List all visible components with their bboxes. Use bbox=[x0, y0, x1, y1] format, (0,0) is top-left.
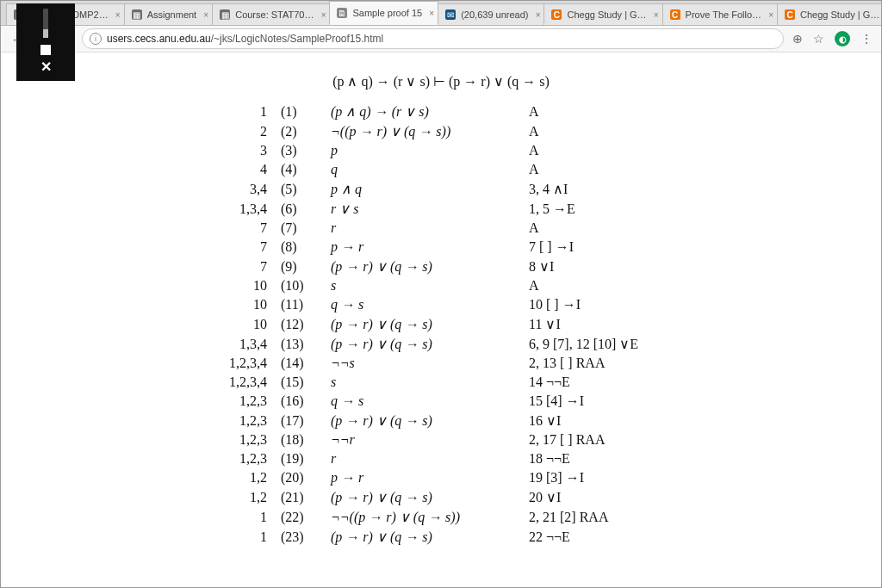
zoom-icon[interactable]: ⊕ bbox=[792, 32, 803, 46]
proof-row: 2(2)¬((p → r) ∨ (q → s))A bbox=[200, 121, 682, 141]
proof-justification: 2, 13 [ ] RAA bbox=[522, 354, 682, 373]
tab-strip: ▦Course: COMP2…×▦Assignment×▦Course: STA… bbox=[1, 1, 881, 26]
proof-line-number: (14) bbox=[274, 354, 324, 373]
tab-title: Prove The Follo… bbox=[686, 9, 761, 20]
proof-row: 10(10)sA bbox=[200, 276, 682, 295]
proof-row: 1,2(20)p → r19 [3] →I bbox=[200, 468, 682, 487]
tab-title: (20,639 unread) bbox=[461, 9, 528, 20]
proof-line-number: (22) bbox=[274, 507, 324, 527]
tab-favicon: C bbox=[551, 9, 562, 20]
tab-close-icon[interactable]: × bbox=[203, 10, 208, 20]
volume-overlay[interactable]: ✕ bbox=[16, 3, 75, 81]
proof-line-number: (15) bbox=[274, 373, 324, 392]
proof-justification: A bbox=[522, 219, 682, 238]
browser-window: — ▭ ✕ ▦Course: COMP2…×▦Assignment×▦Cours… bbox=[0, 0, 882, 588]
proof-row: 7(8)p → r7 [ ] →I bbox=[200, 238, 682, 257]
proof-justification: 16 ∨I bbox=[522, 411, 682, 430]
menu-button[interactable]: ⋮ bbox=[860, 32, 873, 46]
tab-close-icon[interactable]: × bbox=[654, 10, 659, 20]
proof-formula: p bbox=[324, 141, 522, 160]
slider-track[interactable] bbox=[43, 9, 48, 38]
proof-row: 1(22)¬¬((p → r) ∨ (q → s))2, 21 [2] RAA bbox=[200, 507, 682, 527]
proof-deps: 10 bbox=[200, 295, 274, 314]
proof-justification: 7 [ ] →I bbox=[522, 238, 682, 257]
proof-justification: 20 ∨I bbox=[522, 487, 682, 507]
tab-close-icon[interactable]: × bbox=[536, 10, 541, 20]
proof-row: 7(7)rA bbox=[200, 219, 682, 238]
tab-title: Assignment bbox=[147, 9, 196, 20]
proof-deps: 1 bbox=[200, 507, 274, 527]
site-info-icon[interactable]: i bbox=[90, 33, 102, 45]
browser-tab[interactable]: CProve The Follo…× bbox=[662, 3, 778, 25]
proof-justification: 2, 21 [2] RAA bbox=[522, 507, 682, 527]
proof-formula: r ∨ s bbox=[324, 199, 522, 219]
proof-justification: 22 ¬¬E bbox=[522, 527, 682, 547]
address-bar[interactable]: i users.cecs.anu.edu.au/~jks/LogicNotes/… bbox=[82, 28, 784, 49]
extension-icon[interactable]: ◐ bbox=[835, 31, 850, 46]
proof-deps: 2 bbox=[200, 121, 274, 141]
proof-justification: 10 [ ] →I bbox=[522, 295, 682, 314]
page-content: (p ∧ q) → (r ∨ s) ⊢ (p → r) ∨ (q → s) 1(… bbox=[1, 53, 881, 587]
tab-favicon: C bbox=[785, 9, 795, 20]
proof-justification: A bbox=[522, 160, 682, 179]
browser-tab[interactable]: CChegg Study | G…× bbox=[777, 3, 882, 25]
proof-deps: 1,2,3 bbox=[200, 449, 274, 468]
proof-line-number: (23) bbox=[274, 527, 324, 547]
browser-tab[interactable]: ▦Assignment× bbox=[124, 3, 213, 25]
proof-deps: 1,2,3 bbox=[200, 392, 274, 411]
proof-justification: 2, 17 [ ] RAA bbox=[522, 430, 682, 449]
proof-formula: s bbox=[324, 276, 522, 295]
proof-justification: 1, 5 →E bbox=[522, 199, 682, 219]
proof-line-number: (10) bbox=[274, 276, 324, 295]
proof-deps: 10 bbox=[200, 276, 274, 295]
proof-deps: 1,2 bbox=[200, 468, 274, 487]
proof-justification: A bbox=[522, 121, 682, 141]
toolbar-right: ⊕ ☆ ◐ ⋮ bbox=[792, 31, 873, 46]
proof-line-number: (19) bbox=[274, 449, 324, 468]
proof-justification: A bbox=[522, 102, 682, 121]
tab-close-icon[interactable]: × bbox=[768, 10, 773, 20]
tab-close-icon[interactable]: × bbox=[115, 10, 121, 20]
proof-formula: q bbox=[324, 160, 522, 179]
toolbar: ← → ↻ i users.cecs.anu.edu.au/~jks/Logic… bbox=[1, 26, 881, 53]
proof-justification: A bbox=[522, 276, 682, 295]
proof-justification: 11 ∨I bbox=[522, 314, 682, 334]
proof-line-number: (4) bbox=[274, 160, 324, 179]
proof-formula: (p → r) ∨ (q → s) bbox=[324, 257, 522, 276]
bookmark-star-icon[interactable]: ☆ bbox=[813, 32, 824, 46]
url-host: users.cecs.anu.edu.au bbox=[107, 33, 211, 45]
browser-tab[interactable]: 🗎Sample proof 15× bbox=[329, 1, 438, 25]
proof-row: 1,2,3(19)r18 ¬¬E bbox=[200, 449, 682, 468]
proof-line-number: (1) bbox=[274, 102, 324, 121]
proof-justification: A bbox=[522, 141, 682, 160]
proof-formula: ¬((p → r) ∨ (q → s)) bbox=[324, 121, 522, 141]
proof-formula: p ∧ q bbox=[324, 179, 522, 199]
overlay-close-button[interactable]: ✕ bbox=[40, 60, 52, 74]
proof-formula: (p → r) ∨ (q → s) bbox=[324, 334, 522, 354]
proof-row: 3(3)pA bbox=[200, 141, 682, 160]
slider-thumb[interactable] bbox=[43, 29, 48, 38]
proof-formula: (p → r) ∨ (q → s) bbox=[324, 314, 522, 334]
proof-justification: 18 ¬¬E bbox=[522, 449, 682, 468]
proof-justification: 8 ∨I bbox=[522, 257, 682, 276]
proof-formula: (p → r) ∨ (q → s) bbox=[324, 527, 522, 547]
proof-formula: p → r bbox=[324, 468, 522, 487]
proof-row: 1,3,4(6)r ∨ s1, 5 →E bbox=[200, 199, 682, 219]
proof: (p ∧ q) → (r ∨ s) ⊢ (p → r) ∨ (q → s) 1(… bbox=[200, 73, 682, 547]
proof-row: 7(9)(p → r) ∨ (q → s)8 ∨I bbox=[200, 257, 682, 276]
proof-line-number: (9) bbox=[274, 257, 324, 276]
proof-line-number: (18) bbox=[274, 430, 324, 449]
slider-stop-icon[interactable] bbox=[40, 45, 51, 55]
tab-close-icon[interactable]: × bbox=[429, 9, 434, 18]
proof-line-number: (12) bbox=[274, 314, 324, 334]
tab-close-icon[interactable]: × bbox=[321, 10, 326, 20]
browser-tab[interactable]: ✉(20,639 unread)× bbox=[438, 3, 544, 25]
proof-formula: ¬¬r bbox=[324, 430, 522, 449]
proof-justification: 14 ¬¬E bbox=[522, 373, 682, 392]
proof-formula: q → s bbox=[324, 295, 522, 314]
tab-favicon: ▦ bbox=[220, 9, 230, 20]
proof-formula: r bbox=[324, 449, 522, 468]
proof-line-number: (21) bbox=[274, 487, 324, 507]
browser-tab[interactable]: ▦Course: STAT70…× bbox=[212, 3, 330, 25]
browser-tab[interactable]: CChegg Study | G…× bbox=[543, 3, 662, 25]
